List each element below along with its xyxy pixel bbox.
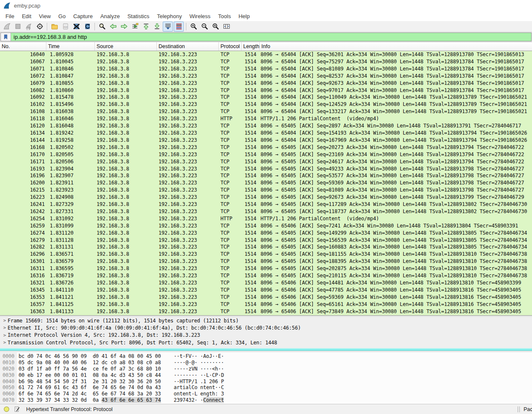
packet-list-pane[interactable]: 160401.805928192.168.3.8192.168.3.223TCP… xyxy=(0,51,532,315)
menu-item-tools[interactable]: Tools xyxy=(214,12,234,20)
packet-details-pane[interactable]: >Frame 15669: 1514 bytes on wire (12112 … xyxy=(0,317,532,351)
packet-row[interactable]: 161961.823907192.168.3.8192.168.3.223TCP… xyxy=(0,172,532,179)
packet-row[interactable]: 161181.816046192.168.3.8192.168.3.223HTT… xyxy=(0,115,532,122)
stop-capture-button[interactable] xyxy=(13,22,23,32)
hex-row[interactable]: 0000bc d0 74 0c 46 56 90 09d0 41 6f 4a 0… xyxy=(0,353,532,360)
hex-row[interactable]: 005061 72 74 69 61 6c 43 6f6e 74 65 6e 7… xyxy=(0,384,532,391)
packet-row[interactable]: 160821.810860192.168.3.8192.168.3.223TCP… xyxy=(0,87,532,94)
hex-row[interactable]: 007032 33 39 37 34 33 32 0d0a 43 6f 6e 6… xyxy=(0,397,532,403)
capture-comment-button[interactable] xyxy=(14,406,20,412)
open-file-button[interactable] xyxy=(49,22,59,32)
expand-chevron-icon[interactable]: > xyxy=(2,333,8,338)
go-back-button[interactable] xyxy=(108,22,118,32)
packet-row[interactable]: 162821.831131192.168.3.8192.168.3.223TCP… xyxy=(0,244,532,251)
expand-chevron-icon[interactable]: > xyxy=(2,340,8,345)
detail-row[interactable]: >Internet Protocol Version 4, Src: 192.1… xyxy=(0,332,532,339)
packet-row[interactable]: 160721.810847192.168.3.8192.168.3.223TCP… xyxy=(0,73,532,80)
colorize-button[interactable] xyxy=(174,22,184,32)
resize-columns-button[interactable] xyxy=(221,22,231,32)
expert-info-button[interactable] xyxy=(3,406,10,412)
go-first-button[interactable] xyxy=(141,22,151,32)
packet-row[interactable]: 163011.836579192.168.3.8192.168.3.223TCP… xyxy=(0,258,532,265)
reload-file-button[interactable] xyxy=(82,22,92,32)
hex-row[interactable]: 002003 df 1f a0 ff 7a 56 4ece fe 0f a7 3… xyxy=(0,366,532,372)
menu-item-help[interactable]: Help xyxy=(235,12,254,20)
packet-row[interactable]: 163571.841125192.168.3.8192.168.3.223TCP… xyxy=(0,301,532,308)
menu-item-file[interactable]: File xyxy=(2,12,18,20)
filter-bookmark-button[interactable] xyxy=(1,33,11,41)
packet-row[interactable]: 161681.820502192.168.3.8192.168.3.223TCP… xyxy=(0,144,532,151)
cell-dst: 192.168.3.223 xyxy=(157,251,219,258)
packet-row[interactable]: 161701.820505192.168.3.8192.168.3.223TCP… xyxy=(0,151,532,158)
packet-row[interactable]: 161201.816048192.168.3.8192.168.3.223TCP… xyxy=(0,122,532,130)
packet-row[interactable]: 161711.820506192.168.3.8192.168.3.223TCP… xyxy=(0,158,532,165)
packet-row[interactable]: 162591.831099192.168.3.8192.168.3.223TCP… xyxy=(0,222,532,230)
go-to-packet-button[interactable] xyxy=(130,22,140,32)
packet-row[interactable]: 163211.836726192.168.3.8192.168.3.223TCP… xyxy=(0,279,532,287)
packet-row[interactable]: 162001.823911192.168.3.8192.168.3.223TCP… xyxy=(0,179,532,187)
packet-row[interactable]: 161341.819242192.168.3.8192.168.3.223TCP… xyxy=(0,130,532,137)
packet-row[interactable]: 162791.831128192.168.3.8192.168.3.223TCP… xyxy=(0,237,532,244)
packet-row[interactable]: 163631.841133192.168.3.8192.168.3.223TCP… xyxy=(0,308,532,315)
menu-item-capture[interactable]: Capture xyxy=(70,12,97,20)
hex-row[interactable]: 003000 eb 17 ee 00 00 01 0108 0a 4c d3 4… xyxy=(0,372,532,379)
packet-row[interactable]: 162411.827329192.168.3.8192.168.3.223TCP… xyxy=(0,201,532,208)
packet-row[interactable]: 160401.805928192.168.3.8192.168.3.223TCP… xyxy=(0,51,532,58)
packet-row[interactable]: 160671.810045192.168.3.8192.168.3.223TCP… xyxy=(0,58,532,65)
column-header-source[interactable]: Source xyxy=(95,42,157,51)
column-header-destination[interactable]: Destination xyxy=(157,42,219,51)
packet-row[interactable]: 162741.831120192.168.3.8192.168.3.223TCP… xyxy=(0,230,532,237)
display-filter-input[interactable] xyxy=(11,33,531,41)
hex-row[interactable]: 0040b6 9b 48 54 54 50 2f 312e 31 20 32 3… xyxy=(0,379,532,385)
column-header-protocol[interactable]: Protocol xyxy=(219,42,242,51)
menu-item-edit[interactable]: Edit xyxy=(18,12,35,20)
go-forward-button[interactable] xyxy=(119,22,129,32)
menu-item-statistics[interactable]: Statistics xyxy=(124,12,153,20)
detail-row[interactable]: >Ethernet II, Src: 90:09:d0:41:6f:4a (90… xyxy=(0,324,532,331)
packet-row[interactable]: 161441.819258192.168.3.8192.168.3.223TCP… xyxy=(0,137,532,144)
menu-item-analyze[interactable]: Analyze xyxy=(97,12,124,20)
find-packet-button[interactable] xyxy=(97,22,107,32)
packet-row[interactable]: 163531.841121192.168.3.8192.168.3.223TCP… xyxy=(0,294,532,301)
packet-row[interactable]: 163111.836595192.168.3.8192.168.3.223TCP… xyxy=(0,265,532,272)
detail-row[interactable]: >Transmission Control Protocol, Src Port… xyxy=(0,339,532,346)
expand-chevron-icon[interactable]: > xyxy=(2,318,8,323)
packet-row[interactable]: 162541.831092192.168.3.8192.168.3.223HTT… xyxy=(0,215,532,222)
hex-dump-pane[interactable]: 0000bc d0 74 0c 46 56 90 09d0 41 6f 4a 0… xyxy=(0,352,532,404)
capture-options-button[interactable] xyxy=(35,22,45,32)
column-header-length[interactable]: Length xyxy=(242,42,260,51)
menu-item-go[interactable]: Go xyxy=(54,12,69,20)
packet-row[interactable]: 162961.836571192.168.3.8192.168.3.223TCP… xyxy=(0,251,532,258)
start-capture-button[interactable] xyxy=(2,22,12,32)
zoom-in-button[interactable] xyxy=(188,22,199,32)
packet-row[interactable]: 163161.836719192.168.3.8192.168.3.223TCP… xyxy=(0,272,532,279)
save-file-button[interactable]: 010 xyxy=(60,22,70,32)
packet-row[interactable]: 161021.815496192.168.3.8192.168.3.223TCP… xyxy=(0,101,532,108)
packet-row[interactable]: 160921.815478192.168.3.8192.168.3.223TCP… xyxy=(0,94,532,101)
packet-row[interactable]: 160791.810855192.168.3.8192.168.3.223TCP… xyxy=(0,80,532,87)
go-last-button[interactable] xyxy=(152,22,162,32)
hex-row[interactable]: 001005 dc 9a 08 40 00 40 0612 dc c0 a8 0… xyxy=(0,360,532,366)
column-header-no[interactable]: No. xyxy=(0,42,46,51)
column-header-info[interactable]: Info xyxy=(260,42,532,51)
packet-row[interactable]: 161081.816038192.168.3.8192.168.3.223TCP… xyxy=(0,108,532,115)
menu-item-wireless[interactable]: Wireless xyxy=(185,12,214,20)
expand-chevron-icon[interactable]: > xyxy=(2,325,8,330)
packet-row[interactable]: 162151.823923192.168.3.8192.168.3.223TCP… xyxy=(0,187,532,194)
packet-row[interactable]: 160711.810846192.168.3.8192.168.3.223TCP… xyxy=(0,65,532,73)
close-file-button[interactable] xyxy=(71,22,81,32)
menu-item-view[interactable]: View xyxy=(35,12,54,20)
detail-row[interactable]: >Frame 15669: 1514 bytes on wire (12112 … xyxy=(0,317,532,324)
display-filter-field[interactable] xyxy=(0,32,532,41)
menu-item-telephony[interactable]: Telephony xyxy=(153,12,185,20)
packet-row[interactable]: 161931.823904192.168.3.8192.168.3.223TCP… xyxy=(0,165,532,173)
zoom-out-button[interactable] xyxy=(199,22,210,32)
zoom-reset-button[interactable] xyxy=(210,22,220,32)
hex-row[interactable]: 00606f 6e 74 65 6e 74 2d 4c65 6e 67 74 6… xyxy=(0,391,532,397)
column-header-time[interactable]: Time xyxy=(46,42,95,51)
packet-row[interactable]: 162231.824908192.168.3.8192.168.3.223TCP… xyxy=(0,194,532,201)
restart-capture-button[interactable] xyxy=(24,22,34,32)
auto-scroll-button[interactable] xyxy=(163,22,173,32)
packet-row[interactable]: 163451.841110192.168.3.8192.168.3.223TCP… xyxy=(0,287,532,294)
packet-row[interactable]: 162421.827331192.168.3.8192.168.3.223TCP… xyxy=(0,208,532,215)
